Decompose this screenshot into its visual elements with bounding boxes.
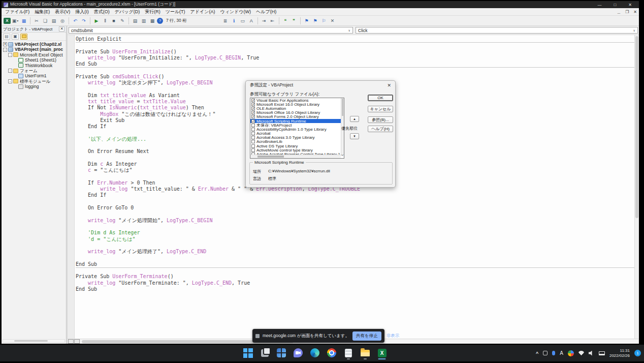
object-browser-button[interactable]: ▦	[148, 17, 156, 24]
collapse-icon[interactable]: -	[3, 48, 7, 52]
start-button[interactable]	[241, 346, 254, 359]
expand-icon[interactable]: +	[3, 42, 7, 46]
volume-icon[interactable]	[589, 351, 594, 356]
checked-checkbox-icon[interactable]: ✓	[251, 111, 255, 114]
unchecked-checkbox-icon[interactable]	[251, 128, 255, 131]
comment-block-button[interactable]: ❝	[281, 17, 289, 24]
list-horizontal-scrollbar[interactable]	[250, 155, 341, 158]
collapse-icon[interactable]: -	[8, 53, 12, 57]
menu-item[interactable]: 編集(E)	[32, 9, 52, 15]
ime-indicator[interactable]: A	[560, 350, 563, 356]
uncomment-block-button[interactable]: ❞	[290, 17, 298, 24]
chrome-button[interactable]	[325, 346, 338, 359]
wifi-icon[interactable]	[578, 351, 584, 355]
mdi-restore-button[interactable]: ❐	[625, 10, 629, 14]
hidden-icons-chevron[interactable]: ^	[536, 351, 538, 356]
checked-checkbox-icon[interactable]: ✓	[251, 115, 255, 118]
break-button[interactable]: ‖	[101, 17, 109, 24]
menu-item[interactable]: ツール(T)	[163, 9, 188, 15]
priority-up-button[interactable]: ▲	[350, 116, 359, 122]
undo-button[interactable]: ↶	[71, 17, 79, 24]
task-view-button[interactable]	[258, 346, 271, 359]
scrollbar-thumb[interactable]	[635, 36, 638, 218]
collapse-icon[interactable]: -	[8, 69, 12, 73]
tree-item[interactable]: -標準モジュール	[2, 79, 66, 84]
insert-userform-button[interactable]: ▣▾	[11, 17, 19, 24]
ok-button[interactable]: OK	[368, 95, 393, 101]
outdent-button[interactable]: ⇤	[269, 17, 277, 24]
menu-item[interactable]: 実行(R)	[142, 9, 163, 15]
priority-down-button[interactable]: ▼	[350, 133, 359, 139]
checked-checkbox-icon[interactable]: ✓	[251, 119, 255, 123]
properties-window-button[interactable]: ▥	[140, 17, 148, 24]
menu-item[interactable]: ファイル(F)	[3, 9, 32, 15]
tree-item[interactable]: UserForm1	[2, 73, 66, 78]
unchecked-checkbox-icon[interactable]	[251, 136, 255, 139]
find-button[interactable]: ◎	[58, 17, 67, 24]
reset-button[interactable]: ■	[110, 17, 118, 24]
help-button[interactable]: ヘルプ(H)	[368, 126, 393, 132]
close-button[interactable]: ✕	[628, 3, 632, 7]
indent-button[interactable]: ⇥	[260, 17, 268, 24]
procedure-view-button[interactable]	[68, 339, 74, 344]
view-excel-button[interactable]: X	[4, 18, 11, 24]
menu-item[interactable]: アドイン(A)	[188, 9, 218, 15]
teams-chat-button[interactable]	[292, 346, 305, 359]
tree-item[interactable]: -Microsoft Excel Object	[2, 52, 66, 57]
edge-button[interactable]	[308, 346, 321, 359]
cut-button[interactable]: ✂	[33, 17, 41, 24]
laptop-icon[interactable]	[599, 351, 605, 355]
stop-sharing-button[interactable]: 共有を停止	[352, 331, 381, 341]
browse-button[interactable]: 参照(B)...	[368, 116, 393, 123]
scrollbar-thumb[interactable]	[257, 156, 284, 158]
checked-checkbox-icon[interactable]: ✓	[251, 103, 255, 106]
parameter-info-button[interactable]: ▭	[239, 17, 247, 24]
clock[interactable]: 11:31 2022/02/26	[609, 348, 630, 358]
cancel-button[interactable]: キャンセル	[368, 106, 393, 112]
menu-item[interactable]: ヘルプ(H)	[253, 9, 279, 15]
unchecked-checkbox-icon[interactable]	[251, 132, 255, 135]
tree-item[interactable]: +VBAProject (Chap02.xl	[2, 42, 66, 47]
list-properties-button[interactable]: ≣	[221, 17, 230, 24]
tree-item[interactable]: logging	[2, 84, 66, 89]
scrollbar-thumb[interactable]	[14, 340, 48, 342]
unchecked-checkbox-icon[interactable]	[251, 148, 255, 152]
notepad-button[interactable]	[342, 346, 355, 359]
project-horizontal-scrollbar[interactable]	[3, 339, 65, 343]
quick-info-button[interactable]: ℹ	[230, 17, 238, 24]
design-mode-button[interactable]: ✎	[118, 17, 126, 24]
scrollbar-thumb[interactable]	[342, 99, 343, 116]
previous-bookmark-button[interactable]: ⚐	[320, 17, 328, 24]
view-code-button[interactable]: ▤	[3, 34, 10, 40]
event-dropdown[interactable]: Click ∨	[356, 27, 638, 34]
collapse-icon[interactable]: -	[8, 79, 12, 83]
tree-item[interactable]: -VBAProject (main_proc	[2, 47, 66, 52]
maximize-button[interactable]: □	[614, 3, 616, 7]
mdi-close-button[interactable]: ✕	[633, 10, 637, 14]
run-button[interactable]: ▶	[92, 17, 101, 24]
toggle-folders-button[interactable]	[20, 34, 27, 40]
copy-button[interactable]: ❏	[41, 17, 49, 24]
unchecked-checkbox-icon[interactable]	[251, 144, 255, 148]
notification-badge[interactable]: 1	[634, 350, 641, 356]
view-object-button[interactable]: ▣	[12, 34, 19, 40]
help-button[interactable]: ?	[157, 18, 163, 24]
complete-word-button[interactable]: A	[247, 17, 255, 24]
save-button[interactable]: ▦	[20, 17, 28, 24]
unchecked-checkbox-icon[interactable]	[251, 124, 255, 127]
menu-item[interactable]: 挿入(I)	[73, 9, 91, 15]
checked-checkbox-icon[interactable]: ✓	[251, 107, 255, 110]
redo-button[interactable]: ↷	[80, 17, 88, 24]
dialog-close-button[interactable]: ✕	[387, 83, 391, 88]
tray-device-icon[interactable]	[543, 351, 548, 355]
clear-bookmarks-button[interactable]: ✕	[329, 17, 337, 24]
microphone-icon[interactable]	[552, 351, 555, 355]
project-explorer-close-button[interactable]: ✕	[59, 26, 65, 32]
mdi-minimize-button[interactable]: ＿	[617, 9, 621, 15]
hide-banner-button[interactable]: 非表示	[384, 331, 402, 341]
tree-item[interactable]: Sheet1 (Sheet1)	[2, 57, 66, 63]
paste-button[interactable]: ▤	[50, 17, 58, 24]
tree-item[interactable]: -フォーム	[2, 68, 66, 73]
next-bookmark-button[interactable]: ⚑	[311, 17, 319, 24]
unchecked-checkbox-icon[interactable]	[251, 140, 255, 143]
